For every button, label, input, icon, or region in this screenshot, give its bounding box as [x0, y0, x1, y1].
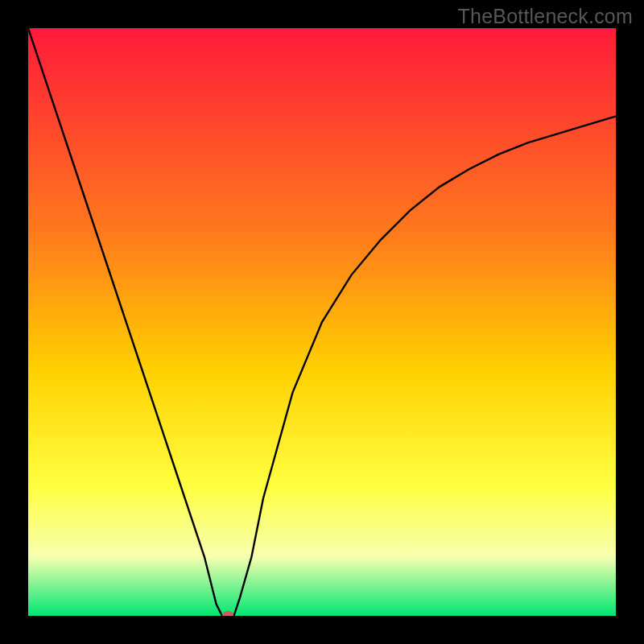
chart-frame: TheBottleneck.com [0, 0, 644, 644]
chart-svg [28, 28, 616, 616]
plot-area [28, 28, 616, 616]
watermark-text: TheBottleneck.com [458, 5, 633, 28]
